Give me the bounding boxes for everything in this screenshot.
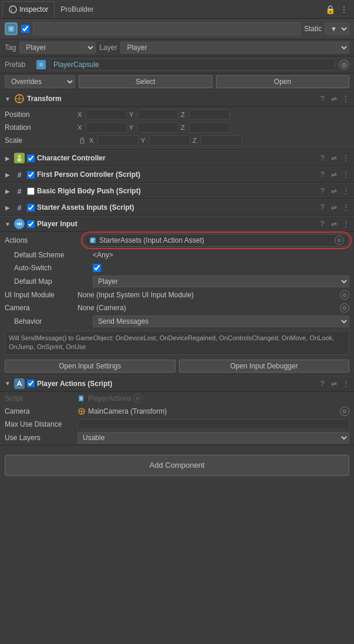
fpc-chevron[interactable]: ▶ bbox=[4, 170, 12, 179]
brb-settings-icon[interactable]: ⇌ bbox=[329, 186, 339, 196]
pa-section-actions: ? ⇌ ⋮ bbox=[318, 379, 350, 388]
open-input-debugger-button[interactable]: Open Input Debugger bbox=[179, 360, 350, 373]
sai-more-icon[interactable]: ⋮ bbox=[341, 203, 350, 212]
tab-inspector[interactable]: i Inspector bbox=[2, 1, 55, 18]
use-layers-select[interactable]: Usable bbox=[77, 432, 349, 444]
tab-probuilder[interactable]: ProBuilder bbox=[55, 1, 99, 18]
main-camera-icon bbox=[77, 407, 86, 415]
transform-settings-icon[interactable]: ⇌ bbox=[329, 94, 339, 103]
brb-chevron[interactable]: ▶ bbox=[4, 187, 12, 195]
prefab-label: Prefab bbox=[5, 61, 33, 69]
input-buttons-row: Open Input Settings Open Input Debugger bbox=[0, 357, 354, 375]
cc-settings-icon[interactable]: ⇌ bbox=[329, 153, 339, 163]
select-button[interactable]: Select bbox=[79, 75, 213, 88]
pi-checkbox[interactable] bbox=[27, 220, 35, 228]
scale-y-input[interactable]: 1 bbox=[149, 135, 190, 146]
cc-help-icon[interactable]: ? bbox=[318, 153, 327, 163]
script-target-button[interactable]: ⊙ bbox=[133, 394, 143, 403]
pi-settings-icon[interactable]: ⇌ bbox=[329, 219, 339, 229]
character-controller-checkbox[interactable] bbox=[27, 155, 35, 162]
overrides-select[interactable]: Overrides bbox=[5, 75, 75, 88]
pi-chevron[interactable]: ▼ bbox=[4, 220, 12, 228]
autoswitch-label: Auto-Switch bbox=[14, 264, 90, 272]
basic-rigid-body-row: ▶ # Basic Rigid Body Push (Script) ? ⇌ ⋮ bbox=[0, 183, 354, 199]
player-input-body: Actions StarterAssets (Input Action Asse… bbox=[0, 232, 354, 375]
brb-checkbox[interactable] bbox=[27, 187, 35, 195]
open-button[interactable]: Open bbox=[216, 75, 350, 88]
fpc-checkbox[interactable] bbox=[27, 171, 35, 179]
lock-icon[interactable]: 🔒 bbox=[325, 4, 335, 15]
pa-camera-label: Camera bbox=[5, 407, 75, 415]
autoswitch-checkbox[interactable] bbox=[93, 264, 101, 272]
position-y-input[interactable]: 0 bbox=[137, 109, 178, 120]
max-use-distance-label: Max Use Distance bbox=[5, 420, 75, 428]
pi-camera-target-button[interactable]: ⊙ bbox=[340, 303, 349, 313]
tab-probuilder-label: ProBuilder bbox=[60, 5, 93, 14]
sai-checkbox[interactable] bbox=[27, 204, 35, 212]
pi-more-icon[interactable]: ⋮ bbox=[341, 219, 350, 229]
pa-camera-name: MainCamera (Transform) bbox=[88, 407, 338, 415]
ui-input-module-value-group: None (Input System UI Input Module) ⊙ bbox=[77, 290, 349, 300]
ui-input-module-target-button[interactable]: ⊙ bbox=[340, 290, 349, 300]
svg-rect-10 bbox=[18, 158, 22, 162]
transform-icon bbox=[14, 93, 25, 104]
rotation-x-input[interactable]: 0 bbox=[86, 122, 127, 133]
layer-select[interactable]: Player bbox=[120, 42, 349, 53]
pi-help-icon[interactable]: ? bbox=[318, 219, 327, 229]
position-y-letter: Y bbox=[129, 111, 136, 118]
sai-chevron[interactable]: ▶ bbox=[4, 203, 12, 212]
position-z-input[interactable]: 19.5 bbox=[189, 109, 230, 120]
default-map-row: Default Map Player bbox=[0, 274, 354, 289]
character-controller-icon bbox=[14, 153, 25, 163]
actions-target-button[interactable]: ⊙ bbox=[335, 236, 344, 245]
fpc-settings-icon[interactable]: ⇌ bbox=[329, 170, 339, 179]
prefab-row: Prefab PlayerCapsule ⊙ bbox=[0, 56, 354, 73]
object-type-icon bbox=[5, 22, 18, 35]
sai-help-icon[interactable]: ? bbox=[318, 203, 327, 212]
default-map-select[interactable]: Player bbox=[93, 276, 349, 287]
more-icon[interactable]: ⋮ bbox=[339, 4, 349, 15]
scale-x-input[interactable]: 1 bbox=[97, 135, 139, 146]
position-x-input[interactable]: 17.5 bbox=[86, 109, 127, 120]
fpc-more-icon[interactable]: ⋮ bbox=[341, 170, 350, 179]
pa-settings-icon[interactable]: ⇌ bbox=[329, 379, 339, 388]
brb-help-icon[interactable]: ? bbox=[318, 186, 327, 196]
prefab-target-button[interactable]: ⊙ bbox=[339, 59, 349, 70]
rotation-y-input[interactable]: 0 bbox=[137, 122, 178, 133]
add-component-button[interactable]: Add Component bbox=[5, 455, 349, 476]
transform-chevron[interactable]: ▼ bbox=[4, 95, 12, 103]
character-controller-chevron[interactable]: ▶ bbox=[4, 154, 12, 162]
position-row: Position X 17.5 Y 0 Z 19.5 bbox=[5, 108, 349, 121]
pa-help-icon[interactable]: ? bbox=[318, 379, 327, 388]
static-dropdown[interactable]: ▼ bbox=[325, 23, 349, 35]
pi-camera-value: None (Camera) bbox=[77, 304, 338, 312]
open-input-settings-button[interactable]: Open Input Settings bbox=[5, 360, 176, 373]
behavior-row: Behavior Send Messages bbox=[0, 314, 354, 328]
pa-more-icon[interactable]: ⋮ bbox=[341, 379, 350, 388]
pa-camera-target-button[interactable]: ⊙ bbox=[340, 407, 349, 416]
tag-label: Tag bbox=[5, 43, 16, 52]
fpc-help-icon[interactable]: ? bbox=[318, 170, 327, 179]
pa-checkbox[interactable] bbox=[27, 380, 35, 387]
transform-help-icon[interactable]: ? bbox=[318, 94, 327, 103]
scale-lock-icon[interactable] bbox=[77, 136, 87, 145]
sai-settings-icon[interactable]: ⇌ bbox=[329, 203, 339, 212]
sai-title: Starter Assets Inputs (Script) bbox=[37, 203, 315, 212]
position-xyz: X 17.5 Y 0 Z 19.5 bbox=[77, 109, 349, 120]
rotation-z-input[interactable]: 0 bbox=[189, 122, 230, 133]
actions-value-box[interactable]: StarterAssets (Input Action Asset) ⊙ bbox=[83, 234, 349, 247]
pa-chevron[interactable]: ▼ bbox=[4, 380, 12, 388]
svg-point-13 bbox=[21, 223, 22, 225]
script-name: PlayerActions bbox=[88, 394, 131, 402]
brb-more-icon[interactable]: ⋮ bbox=[341, 186, 350, 196]
pi-icon-shape bbox=[14, 219, 25, 229]
behavior-select[interactable]: Send Messages bbox=[93, 316, 349, 327]
cc-more-icon[interactable]: ⋮ bbox=[341, 153, 350, 163]
scale-label: Scale bbox=[5, 136, 75, 145]
tag-select[interactable]: Player bbox=[19, 42, 96, 53]
transform-more-icon[interactable]: ⋮ bbox=[341, 94, 350, 103]
max-use-distance-input[interactable]: 5 bbox=[77, 419, 349, 430]
object-active-checkbox[interactable] bbox=[21, 25, 29, 33]
object-name-input[interactable]: PlayerCapsule bbox=[33, 22, 301, 35]
scale-z-input[interactable]: 1 bbox=[201, 135, 242, 146]
